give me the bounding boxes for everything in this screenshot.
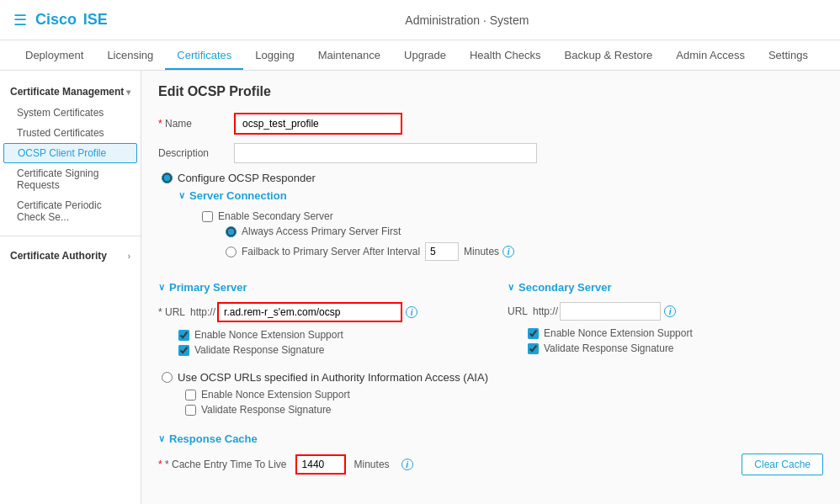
secondary-server-label: Secondary Server [518,281,612,294]
cache-chevron-icon: ∨ [158,433,165,444]
cache-minutes-label: Minutes [354,459,390,470]
primary-nonce-checkbox[interactable] [178,330,189,341]
name-required-star: * [158,118,162,130]
aia-validate-checkbox[interactable] [185,405,196,416]
primary-server-column: ∨ Primary Server * URL http:// i Enable … [158,276,474,359]
cache-entry-row: * * Cache Entry Time To Live Minutes i C… [158,454,823,475]
response-cache-label: Response Cache [169,432,258,445]
tab-maintenance[interactable]: Maintenance [306,42,392,70]
always-access-label: Always Access Primary Server First [242,225,401,237]
primary-server-label: Primary Server [169,281,247,294]
server-connection-section: ∨ Server Connection Enable Secondary Ser… [158,189,823,261]
product-name: ISE [83,11,108,29]
enable-secondary-checkbox[interactable] [202,211,213,222]
response-cache-section: ∨ Response Cache * * Cache Entry Time To… [158,432,823,475]
secondary-url-info-icon[interactable]: i [664,305,676,317]
aia-radio[interactable] [162,372,173,383]
tab-backup-restore[interactable]: Backup & Restore [553,42,665,70]
secondary-chevron-icon: ∨ [508,282,514,293]
cache-info-icon[interactable]: i [401,459,413,470]
chevron-down-icon: ▾ [126,88,130,97]
page-title: Edit OCSP Profile [158,84,823,99]
tab-upgrade[interactable]: Upgrade [392,42,458,70]
server-columns: ∨ Primary Server * URL http:// i Enable … [158,276,823,359]
tab-settings[interactable]: Settings [757,42,820,70]
name-input[interactable] [234,113,402,135]
primary-url-input[interactable] [217,302,402,322]
name-row: * Name [158,113,823,135]
tab-certificates[interactable]: Certificates [165,42,243,70]
tab-licensing[interactable]: Licensing [95,42,165,70]
main-content: Edit OCSP Profile * Name Description Con… [141,71,840,504]
always-access-row: Always Access Primary Server First [199,225,823,237]
sidebar: Certificate Management ▾ System Certific… [0,71,141,504]
sidebar-cert-mgmt-header[interactable]: Certificate Management ▾ [0,81,141,103]
description-input[interactable] [234,143,537,163]
sidebar-cert-authority-header[interactable]: Certificate Authority › [0,245,141,267]
failback-info-icon[interactable]: i [502,246,514,257]
primary-url-label: * URL [158,306,185,318]
aia-nonce-row: Enable Nonce Extension Support [158,389,823,401]
aia-label: Use OCSP URLs specified in Authority Inf… [178,371,488,384]
sidebar-item-system-certs[interactable]: System Certificates [0,103,141,123]
clear-cache-button[interactable]: Clear Cache [742,454,823,475]
secondary-nonce-row: Enable Nonce Extension Support [508,327,823,339]
secondary-url-label: URL [508,305,528,317]
secondary-validate-checkbox[interactable] [528,343,539,354]
main-layout: Certificate Management ▾ System Certific… [0,71,840,504]
configure-ocsp-label: Configure OCSP Responder [178,172,316,184]
cache-value-input[interactable] [295,454,346,475]
configure-ocsp-row: Configure OCSP Responder [158,172,823,184]
server-connection-header[interactable]: ∨ Server Connection [178,189,823,202]
name-label: * Name [158,118,234,130]
configure-ocsp-radio[interactable] [162,172,173,183]
secondary-url-input[interactable] [560,302,661,321]
chevron-right-icon: › [128,252,130,261]
top-header: ☰ Cisco ISE Administration · System [0,0,840,40]
tab-admin-access[interactable]: Admin Access [664,42,757,70]
failback-row: Failback to Primary Server After Interva… [199,242,823,261]
primary-url-info-icon[interactable]: i [406,306,417,318]
primary-url-row: * URL http:// i [158,302,474,322]
failback-interval-input[interactable] [425,242,459,261]
sidebar-cert-authority-label: Certificate Authority [10,250,107,262]
description-row: Description [158,143,823,163]
primary-chevron-icon: ∨ [158,282,165,293]
primary-validate-checkbox[interactable] [178,345,189,356]
aia-nonce-label: Enable Nonce Extension Support [201,389,350,401]
nav-bar: Deployment Licensing Certificates Loggin… [0,40,840,71]
server-connection-content: Enable Secondary Server Always Access Pr… [178,210,823,261]
cisco-logo: Cisco [35,11,77,29]
description-label: Description [158,147,234,159]
enable-secondary-row: Enable Secondary Server [199,210,823,222]
failback-radio[interactable] [226,247,237,257]
cache-entry-label: * * Cache Entry Time To Live [158,459,287,470]
primary-server-header[interactable]: ∨ Primary Server [158,281,474,294]
sidebar-item-ocsp-client[interactable]: OCSP Client Profile [3,143,137,163]
header-title: Administration · System [108,13,827,27]
hamburger-icon[interactable]: ☰ [13,11,27,29]
tab-deployment[interactable]: Deployment [13,42,95,70]
response-cache-header[interactable]: ∨ Response Cache [158,432,823,445]
always-access-radio[interactable] [226,226,237,237]
chevron-down-icon: ∨ [178,190,185,201]
aia-validate-label: Validate Response Signature [201,404,332,416]
aia-nonce-checkbox[interactable] [185,390,196,401]
tab-logging[interactable]: Logging [243,42,306,70]
failback-label: Failback to Primary Server After Interva… [242,246,420,257]
primary-nonce-row: Enable Nonce Extension Support [158,329,474,341]
aia-validate-row: Validate Response Signature [158,404,823,416]
primary-url-prefix: http:// [190,306,215,318]
sidebar-cert-mgmt-label: Certificate Management [10,86,124,98]
primary-validate-row: Validate Response Signature [158,344,474,356]
failback-minutes-label: Minutes [464,246,499,257]
sidebar-item-cert-periodic[interactable]: Certificate Periodic Check Se... [0,195,141,227]
secondary-validate-row: Validate Response Signature [508,342,823,354]
aia-row: Use OCSP URLs specified in Authority Inf… [158,371,823,384]
sidebar-item-trusted-certs[interactable]: Trusted Certificates [0,123,141,143]
tab-health-checks[interactable]: Health Checks [458,42,553,70]
secondary-server-header[interactable]: ∨ Secondary Server [508,281,823,294]
sidebar-item-csr[interactable]: Certificate Signing Requests [0,163,141,195]
secondary-nonce-checkbox[interactable] [528,328,539,339]
secondary-validate-label: Validate Response Signature [544,342,674,354]
